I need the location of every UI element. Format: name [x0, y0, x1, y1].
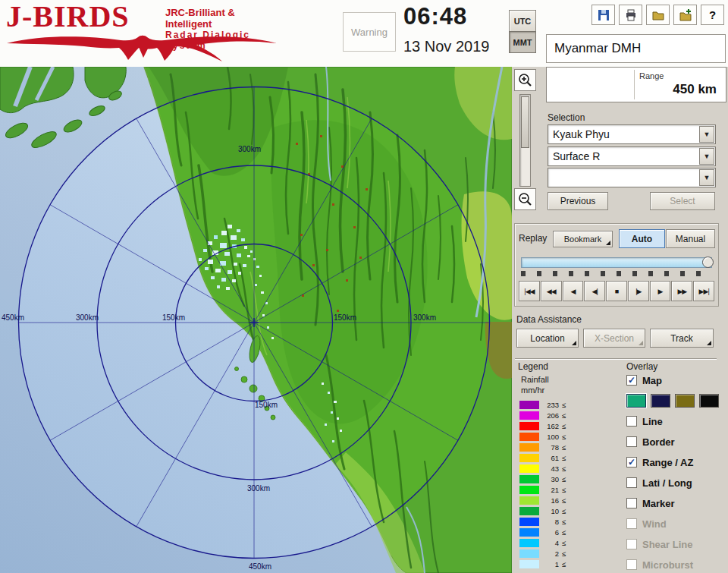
bookmark-button[interactable]: Bookmark	[553, 231, 613, 247]
legend-row: 78≤	[519, 442, 566, 452]
previous-button[interactable]: Previous	[548, 192, 608, 210]
range-label-bottom-150: 150km	[255, 401, 278, 409]
replay-slider-thumb[interactable]	[702, 257, 714, 268]
bookmark-label: Bookmark	[564, 235, 602, 244]
checkbox[interactable]: ✓	[626, 457, 637, 468]
overlay-item-range-az[interactable]: ✓ Range / AZ	[626, 455, 725, 469]
product-select[interactable]: Surface R ▼	[548, 146, 716, 166]
range-label-left-300: 300km	[76, 313, 99, 322]
legend-leq-sign: ≤	[562, 422, 566, 430]
zoom-slider-track[interactable]	[519, 94, 531, 187]
checkbox[interactable]	[626, 436, 637, 447]
overlay-label: Marker	[642, 498, 675, 509]
overlay-label: Map	[642, 375, 662, 386]
zoom-out-button[interactable]	[514, 188, 536, 210]
legend-leq-sign: ≤	[562, 486, 566, 494]
manual-mode-button[interactable]: Manual	[666, 229, 715, 248]
legend-row: 6≤	[519, 527, 566, 537]
option-select[interactable]: ▼	[548, 168, 716, 187]
overlay-item-map[interactable]: ✓ Map	[626, 373, 725, 387]
step-forward-button[interactable]: |▶	[628, 281, 649, 301]
overlay-label: Lati / Long	[642, 477, 692, 489]
eagle-icon	[5, 32, 279, 62]
rewind-to-start-button[interactable]: |◀◀	[519, 281, 540, 301]
xsection-label: X-Section	[595, 333, 634, 344]
overlay-item-marker[interactable]: Marker	[626, 496, 725, 510]
fast-forward-icon: ▶▶	[677, 288, 686, 295]
open-folder-icon	[651, 8, 665, 22]
play-button[interactable]: ▶	[650, 281, 671, 301]
xsection-button[interactable]: X-Section	[583, 329, 645, 348]
fast-rewind-button[interactable]: ◀◀	[541, 281, 562, 301]
chevron-down-icon[interactable]: ▼	[699, 169, 714, 186]
legend-leq-sign: ≤	[562, 411, 566, 420]
checkbox[interactable]	[626, 416, 637, 427]
replay-timeline-slider[interactable]	[521, 257, 712, 268]
mmt-toggle-button[interactable]: MMT	[509, 31, 536, 53]
checkbox[interactable]	[626, 477, 637, 488]
legend-value: 43	[542, 464, 559, 473]
checkbox[interactable]: ✓	[626, 375, 637, 386]
map-scheme-swatch[interactable]	[651, 394, 670, 408]
manual-label: Manual	[676, 234, 705, 244]
track-button[interactable]: Track	[650, 329, 714, 348]
map-scheme-swatch[interactable]	[699, 394, 719, 408]
print-button[interactable]	[619, 5, 642, 25]
zoom-slider-thumb[interactable]	[521, 96, 529, 148]
map-scheme-swatch[interactable]	[675, 394, 695, 408]
step-back-button[interactable]: ◀|	[584, 281, 605, 301]
legend-value: 30	[542, 475, 559, 483]
map-scheme-swatch[interactable]	[626, 394, 646, 408]
legend-leq-sign: ≤	[562, 549, 566, 558]
checkbox	[626, 559, 637, 570]
radar-map-viewport[interactable]: 450km 300km 150km 150km 300km 300km 150k…	[0, 67, 512, 573]
header-bar: J-BIRDS JRC-Brilliant & Intelligent Rada…	[0, 0, 728, 68]
legend-value: 4	[542, 539, 559, 547]
legend-leq-sign: ≤	[562, 475, 566, 483]
checkbox[interactable]	[626, 498, 637, 508]
jbirds-app: J-BIRDS JRC-Brilliant & Intelligent Rada…	[0, 0, 728, 573]
add-folder-button[interactable]	[673, 5, 697, 25]
legend-swatch	[519, 454, 539, 462]
legend-row: 4≤	[519, 537, 566, 548]
auto-mode-button[interactable]: Auto	[619, 229, 665, 248]
range-divider	[634, 70, 635, 99]
terrain-map: 450km 300km 150km 150km 300km 300km 150k…	[0, 67, 512, 573]
legend-swatch	[519, 528, 539, 537]
play-icon: ▶	[658, 288, 663, 295]
overlay-item-line[interactable]: Line	[626, 414, 725, 428]
save-button[interactable]	[592, 5, 615, 25]
location-button[interactable]: Location	[516, 329, 579, 348]
legend-unit-line1: Rainfall	[521, 375, 549, 384]
print-icon	[624, 8, 638, 22]
help-icon: ?	[709, 8, 716, 21]
legend-swatch	[519, 518, 539, 526]
overlay-item-lati-long[interactable]: Lati / Long	[626, 476, 725, 490]
legend-leq-sign: ≤	[562, 443, 566, 452]
legend-value: 206	[542, 411, 559, 420]
help-button[interactable]: ?	[701, 5, 724, 25]
playback-controls: |◀◀ ◀◀ ◀ ◀| ■ |▶ ▶ ▶▶ ▶▶|	[519, 281, 714, 302]
stop-button[interactable]: ■	[606, 281, 627, 301]
range-label-right-300: 300km	[413, 313, 436, 322]
play-reverse-button[interactable]: ◀	[563, 281, 584, 301]
overlay-label: Line	[642, 416, 663, 427]
chevron-down-icon[interactable]: ▼	[699, 148, 714, 165]
utc-toggle-button[interactable]: UTC	[509, 10, 536, 32]
legend-row: 43≤	[519, 463, 566, 474]
chevron-down-icon[interactable]: ▼	[699, 126, 714, 143]
replay-group: Replay Bookmark Auto Manual |◀◀ ◀◀ ◀ ◀| …	[514, 223, 719, 307]
header-toolbar: ?	[592, 5, 724, 25]
zoom-in-button[interactable]	[514, 69, 536, 91]
fast-forward-button[interactable]: ▶▶	[671, 281, 692, 301]
legend-value: 8	[542, 518, 559, 526]
product-select-value: Surface R	[548, 150, 698, 162]
warning-indicator[interactable]: Warning	[343, 12, 396, 52]
fast-rewind-icon: ◀◀	[547, 288, 556, 295]
select-button[interactable]: Select	[650, 192, 715, 210]
station-select[interactable]: Kyauk Phyu ▼	[548, 124, 716, 144]
skip-to-end-button[interactable]: ▶▶|	[693, 281, 714, 301]
open-folder-button[interactable]	[646, 5, 670, 25]
legend-leq-sign: ≤	[562, 528, 566, 537]
overlay-item-border[interactable]: Border	[626, 435, 725, 449]
